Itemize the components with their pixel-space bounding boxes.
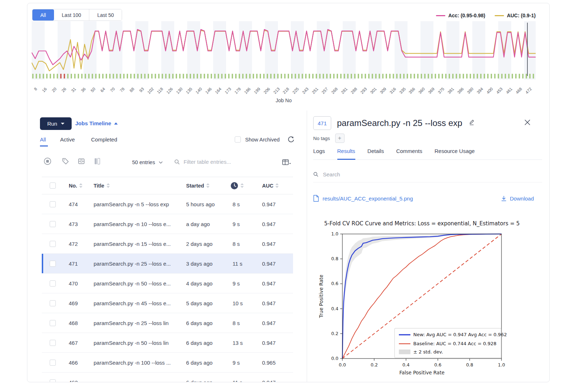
close-icon[interactable]: [524, 119, 531, 127]
cell-no: 470: [69, 274, 78, 293]
row-checkbox[interactable]: [50, 201, 56, 207]
legend-acc: Acc: (0.95-0.98): [436, 13, 485, 18]
tab-completed[interactable]: Completed: [91, 136, 117, 143]
archive-icon[interactable]: [77, 157, 85, 167]
table-row[interactable]: 467paramSearch.py -n 50 --loss lin6 days…: [42, 333, 293, 353]
cell-title: paramSearch.py -n 45 --loss e...: [94, 293, 184, 313]
tab-last-100[interactable]: Last 100: [54, 9, 90, 21]
roc-figure: 5-Fold CV ROC Curve and Metrics: Loss = …: [317, 215, 542, 381]
header-title[interactable]: Title: [94, 177, 110, 194]
tab-logs[interactable]: Logs: [313, 148, 325, 159]
table-row-selected[interactable]: 471paramSearch.py -n 25 --loss e...3 day…: [42, 254, 293, 274]
show-archived-control: Show Archived: [235, 136, 280, 143]
svg-text:0.0: 0.0: [331, 356, 338, 361]
tab-all-jobs[interactable]: All: [32, 9, 54, 21]
cell-duration: 9 s: [233, 353, 240, 372]
cell-auc: 0.947: [262, 194, 276, 214]
sort-icon: [240, 183, 244, 188]
entries-label: 50 entries: [132, 159, 155, 165]
results-search: [313, 171, 542, 183]
tab-resource-usage[interactable]: Resource Usage: [435, 148, 475, 159]
cell-title: paramSearch.py -n 5 --loss exp: [94, 194, 184, 214]
table-row[interactable]: 473paramSearch.py -n 10 --loss e...a day…: [42, 214, 293, 234]
table-row[interactable]: 462--6 days ago11 s0.947: [42, 373, 293, 382]
show-archived-checkbox[interactable]: [235, 136, 241, 143]
row-checkbox[interactable]: [50, 300, 56, 306]
cell-no: 473: [69, 214, 78, 234]
table-row[interactable]: 466paramSearch.py -n 100 --loss ...6 day…: [42, 353, 293, 373]
row-checkbox[interactable]: [50, 261, 56, 267]
svg-text:± 2 std. dev.: ± 2 std. dev.: [413, 349, 443, 355]
file-icon: [313, 195, 319, 202]
compare-columns-icon[interactable]: [93, 157, 101, 167]
cell-started: 6 days ago: [186, 313, 212, 333]
search-icon: [174, 159, 180, 165]
table-row[interactable]: 472paramSearch.py -n 15 --loss e...2 day…: [42, 234, 293, 254]
cell-auc: 0.947: [262, 214, 276, 234]
cell-auc: 0.947: [262, 333, 276, 352]
cell-no: 472: [69, 234, 78, 253]
filter-table-input[interactable]: [183, 158, 264, 165]
row-checkbox[interactable]: [50, 241, 56, 247]
row-checkbox[interactable]: [50, 320, 56, 326]
row-checkbox[interactable]: [50, 280, 56, 287]
download-icon: [501, 195, 507, 202]
legend-auc-label: AUC: (0.9-1): [507, 13, 536, 18]
cell-title: paramSearch.py -n 50 --loss e...: [94, 274, 184, 293]
jobs-timeline-toggle[interactable]: Jobs Timeline: [75, 120, 118, 126]
jobs-metric-chart[interactable]: [32, 21, 536, 80]
svg-text:1.0: 1.0: [331, 231, 338, 236]
tab-active[interactable]: Active: [60, 136, 75, 143]
tab-results[interactable]: Results: [337, 148, 355, 160]
table-row[interactable]: 468paramSearch.py -n 25 --loss lin6 days…: [42, 313, 293, 333]
chevron-down-icon: [159, 161, 163, 164]
cell-started: 5 days ago: [186, 293, 212, 313]
row-checkbox[interactable]: [50, 379, 56, 383]
header-auc[interactable]: AUC: [262, 177, 279, 194]
add-tag-button[interactable]: +: [335, 134, 345, 143]
jobs-table: No. Title Started AUC 474paramSearch.py …: [42, 177, 293, 382]
header-duration[interactable]: [230, 177, 244, 194]
refresh-icon[interactable]: [287, 136, 294, 144]
result-file-link[interactable]: results/AUC_ACC_exponential_5.png: [313, 195, 413, 202]
run-button[interactable]: Run: [40, 117, 72, 130]
header-started[interactable]: Started: [186, 177, 210, 194]
svg-text:New: Avg AUC = 0.947 Avg Acc =: New: Avg AUC = 0.947 Avg Acc = 0.962: [413, 332, 507, 337]
main-card: All Last 100 Last 50 Acc: (0.95-0.98) AU…: [27, 3, 550, 382]
detail-tabs: Logs Results Details Comments Resource U…: [313, 148, 542, 160]
results-search-input[interactable]: [322, 171, 468, 178]
svg-text:0.2: 0.2: [370, 362, 378, 368]
execution-title: paramSearch.py -n 25 --loss exp: [337, 118, 462, 128]
row-checkbox[interactable]: [50, 221, 56, 227]
tab-all[interactable]: All: [40, 136, 46, 143]
filter-search: [174, 158, 264, 165]
panel-divider: [307, 111, 307, 382]
download-button[interactable]: Download: [501, 195, 534, 202]
result-file-row: results/AUC_ACC_exponential_5.png Downlo…: [313, 195, 534, 202]
cell-title: paramSearch.py -n 15 --loss e...: [94, 234, 184, 253]
row-checkbox[interactable]: [50, 340, 56, 346]
tag-icon[interactable]: [62, 157, 69, 167]
download-label: Download: [510, 195, 534, 202]
tab-comments[interactable]: Comments: [396, 148, 422, 159]
table-row[interactable]: 474paramSearch.py -n 5 --loss exp5 hours…: [42, 194, 293, 214]
cell-title: paramSearch.py -n 25 --loss lin: [94, 313, 184, 333]
tab-details[interactable]: Details: [368, 148, 384, 159]
column-picker-icon[interactable]: [282, 158, 291, 168]
edit-pencil-icon[interactable]: [468, 119, 475, 127]
row-checkbox[interactable]: [50, 360, 56, 366]
svg-text:0.4: 0.4: [402, 362, 410, 368]
table-row[interactable]: 469paramSearch.py -n 45 --loss e...5 day…: [42, 293, 293, 313]
stop-icon[interactable]: [44, 157, 51, 167]
select-all-checkbox[interactable]: [50, 183, 56, 189]
result-file-name: results/AUC_ACC_exponential_5.png: [323, 195, 413, 202]
tab-last-50[interactable]: Last 50: [89, 9, 122, 21]
table-header: No. Title Started AUC: [42, 177, 293, 194]
header-no[interactable]: No.: [69, 177, 82, 194]
entries-dropdown[interactable]: 50 entries: [132, 159, 163, 165]
cell-title: --: [94, 373, 184, 382]
cell-auc: 0.947: [262, 313, 276, 333]
cell-duration: 10 s: [233, 293, 243, 313]
table-row[interactable]: 470paramSearch.py -n 50 --loss e...4 day…: [42, 274, 293, 293]
cell-started: 2 days ago: [186, 234, 212, 253]
